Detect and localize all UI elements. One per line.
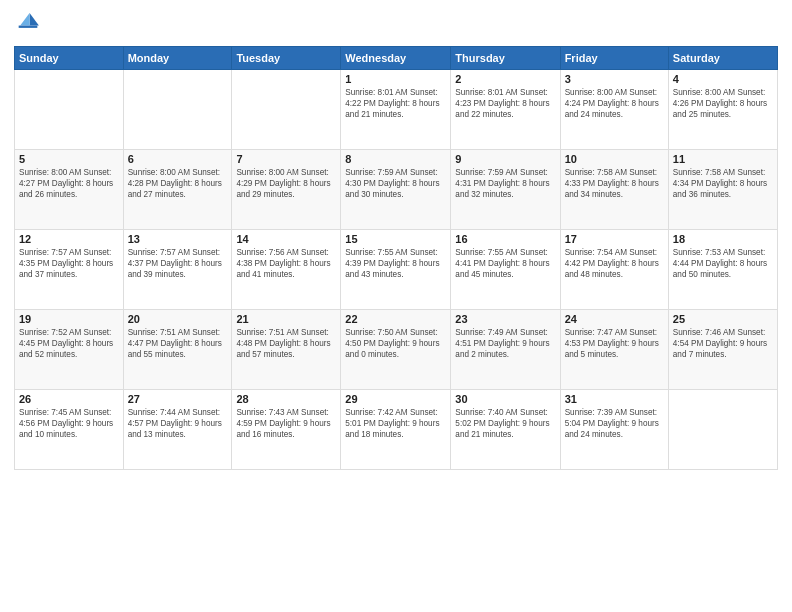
day-number: 4 (673, 73, 773, 85)
day-number: 22 (345, 313, 446, 325)
cell-text: Sunrise: 7:55 AM Sunset: 4:39 PM Dayligh… (345, 247, 446, 280)
cell-text: Sunrise: 7:39 AM Sunset: 5:04 PM Dayligh… (565, 407, 664, 440)
calendar-cell: 15Sunrise: 7:55 AM Sunset: 4:39 PM Dayli… (341, 230, 451, 310)
day-number: 9 (455, 153, 555, 165)
svg-marker-0 (30, 13, 39, 25)
cell-text: Sunrise: 8:00 AM Sunset: 4:24 PM Dayligh… (565, 87, 664, 120)
calendar-header-row: SundayMondayTuesdayWednesdayThursdayFrid… (15, 47, 778, 70)
calendar-cell: 2Sunrise: 8:01 AM Sunset: 4:23 PM Daylig… (451, 70, 560, 150)
day-number: 2 (455, 73, 555, 85)
calendar-cell: 25Sunrise: 7:46 AM Sunset: 4:54 PM Dayli… (668, 310, 777, 390)
calendar-cell: 29Sunrise: 7:42 AM Sunset: 5:01 PM Dayli… (341, 390, 451, 470)
calendar-cell: 22Sunrise: 7:50 AM Sunset: 4:50 PM Dayli… (341, 310, 451, 390)
cell-text: Sunrise: 8:00 AM Sunset: 4:27 PM Dayligh… (19, 167, 119, 200)
day-number: 8 (345, 153, 446, 165)
day-number: 31 (565, 393, 664, 405)
week-row-4: 19Sunrise: 7:52 AM Sunset: 4:45 PM Dayli… (15, 310, 778, 390)
col-header-sunday: Sunday (15, 47, 124, 70)
calendar-cell: 12Sunrise: 7:57 AM Sunset: 4:35 PM Dayli… (15, 230, 124, 310)
cell-text: Sunrise: 7:54 AM Sunset: 4:42 PM Dayligh… (565, 247, 664, 280)
cell-text: Sunrise: 7:46 AM Sunset: 4:54 PM Dayligh… (673, 327, 773, 360)
calendar-cell: 14Sunrise: 7:56 AM Sunset: 4:38 PM Dayli… (232, 230, 341, 310)
col-header-thursday: Thursday (451, 47, 560, 70)
day-number: 10 (565, 153, 664, 165)
day-number: 3 (565, 73, 664, 85)
calendar-cell (123, 70, 232, 150)
day-number: 14 (236, 233, 336, 245)
calendar-cell: 5Sunrise: 8:00 AM Sunset: 4:27 PM Daylig… (15, 150, 124, 230)
col-header-friday: Friday (560, 47, 668, 70)
calendar-cell: 7Sunrise: 8:00 AM Sunset: 4:29 PM Daylig… (232, 150, 341, 230)
cell-text: Sunrise: 7:47 AM Sunset: 4:53 PM Dayligh… (565, 327, 664, 360)
logo (14, 10, 46, 38)
day-number: 1 (345, 73, 446, 85)
day-number: 5 (19, 153, 119, 165)
calendar-cell (15, 70, 124, 150)
logo-icon (14, 10, 42, 38)
calendar-cell: 30Sunrise: 7:40 AM Sunset: 5:02 PM Dayli… (451, 390, 560, 470)
cell-text: Sunrise: 7:55 AM Sunset: 4:41 PM Dayligh… (455, 247, 555, 280)
day-number: 27 (128, 393, 228, 405)
day-number: 16 (455, 233, 555, 245)
day-number: 18 (673, 233, 773, 245)
svg-rect-2 (19, 26, 38, 28)
day-number: 26 (19, 393, 119, 405)
cell-text: Sunrise: 8:00 AM Sunset: 4:29 PM Dayligh… (236, 167, 336, 200)
calendar-cell: 17Sunrise: 7:54 AM Sunset: 4:42 PM Dayli… (560, 230, 668, 310)
day-number: 25 (673, 313, 773, 325)
cell-text: Sunrise: 7:51 AM Sunset: 4:48 PM Dayligh… (236, 327, 336, 360)
cell-text: Sunrise: 7:43 AM Sunset: 4:59 PM Dayligh… (236, 407, 336, 440)
cell-text: Sunrise: 8:01 AM Sunset: 4:22 PM Dayligh… (345, 87, 446, 120)
calendar-cell: 6Sunrise: 8:00 AM Sunset: 4:28 PM Daylig… (123, 150, 232, 230)
cell-text: Sunrise: 8:00 AM Sunset: 4:26 PM Dayligh… (673, 87, 773, 120)
day-number: 29 (345, 393, 446, 405)
week-row-3: 12Sunrise: 7:57 AM Sunset: 4:35 PM Dayli… (15, 230, 778, 310)
day-number: 12 (19, 233, 119, 245)
day-number: 15 (345, 233, 446, 245)
day-number: 23 (455, 313, 555, 325)
week-row-1: 1Sunrise: 8:01 AM Sunset: 4:22 PM Daylig… (15, 70, 778, 150)
week-row-5: 26Sunrise: 7:45 AM Sunset: 4:56 PM Dayli… (15, 390, 778, 470)
day-number: 6 (128, 153, 228, 165)
day-number: 11 (673, 153, 773, 165)
cell-text: Sunrise: 7:59 AM Sunset: 4:31 PM Dayligh… (455, 167, 555, 200)
calendar-cell: 24Sunrise: 7:47 AM Sunset: 4:53 PM Dayli… (560, 310, 668, 390)
cell-text: Sunrise: 7:58 AM Sunset: 4:33 PM Dayligh… (565, 167, 664, 200)
cell-text: Sunrise: 7:53 AM Sunset: 4:44 PM Dayligh… (673, 247, 773, 280)
calendar-table: SundayMondayTuesdayWednesdayThursdayFrid… (14, 46, 778, 470)
calendar-cell: 9Sunrise: 7:59 AM Sunset: 4:31 PM Daylig… (451, 150, 560, 230)
cell-text: Sunrise: 8:00 AM Sunset: 4:28 PM Dayligh… (128, 167, 228, 200)
cell-text: Sunrise: 7:57 AM Sunset: 4:35 PM Dayligh… (19, 247, 119, 280)
calendar-cell: 23Sunrise: 7:49 AM Sunset: 4:51 PM Dayli… (451, 310, 560, 390)
cell-text: Sunrise: 7:42 AM Sunset: 5:01 PM Dayligh… (345, 407, 446, 440)
week-row-2: 5Sunrise: 8:00 AM Sunset: 4:27 PM Daylig… (15, 150, 778, 230)
cell-text: Sunrise: 8:01 AM Sunset: 4:23 PM Dayligh… (455, 87, 555, 120)
cell-text: Sunrise: 7:44 AM Sunset: 4:57 PM Dayligh… (128, 407, 228, 440)
svg-marker-1 (20, 13, 29, 25)
calendar-cell: 10Sunrise: 7:58 AM Sunset: 4:33 PM Dayli… (560, 150, 668, 230)
calendar-cell: 18Sunrise: 7:53 AM Sunset: 4:44 PM Dayli… (668, 230, 777, 310)
calendar-cell: 19Sunrise: 7:52 AM Sunset: 4:45 PM Dayli… (15, 310, 124, 390)
col-header-monday: Monday (123, 47, 232, 70)
day-number: 20 (128, 313, 228, 325)
calendar-cell: 26Sunrise: 7:45 AM Sunset: 4:56 PM Dayli… (15, 390, 124, 470)
day-number: 30 (455, 393, 555, 405)
cell-text: Sunrise: 7:40 AM Sunset: 5:02 PM Dayligh… (455, 407, 555, 440)
col-header-wednesday: Wednesday (341, 47, 451, 70)
day-number: 19 (19, 313, 119, 325)
cell-text: Sunrise: 7:57 AM Sunset: 4:37 PM Dayligh… (128, 247, 228, 280)
col-header-saturday: Saturday (668, 47, 777, 70)
calendar-cell: 20Sunrise: 7:51 AM Sunset: 4:47 PM Dayli… (123, 310, 232, 390)
page: SundayMondayTuesdayWednesdayThursdayFrid… (0, 0, 792, 612)
cell-text: Sunrise: 7:58 AM Sunset: 4:34 PM Dayligh… (673, 167, 773, 200)
cell-text: Sunrise: 7:52 AM Sunset: 4:45 PM Dayligh… (19, 327, 119, 360)
calendar-cell: 13Sunrise: 7:57 AM Sunset: 4:37 PM Dayli… (123, 230, 232, 310)
day-number: 21 (236, 313, 336, 325)
calendar-cell: 28Sunrise: 7:43 AM Sunset: 4:59 PM Dayli… (232, 390, 341, 470)
day-number: 13 (128, 233, 228, 245)
calendar-cell: 4Sunrise: 8:00 AM Sunset: 4:26 PM Daylig… (668, 70, 777, 150)
day-number: 24 (565, 313, 664, 325)
calendar-cell: 21Sunrise: 7:51 AM Sunset: 4:48 PM Dayli… (232, 310, 341, 390)
calendar-cell: 16Sunrise: 7:55 AM Sunset: 4:41 PM Dayli… (451, 230, 560, 310)
day-number: 17 (565, 233, 664, 245)
